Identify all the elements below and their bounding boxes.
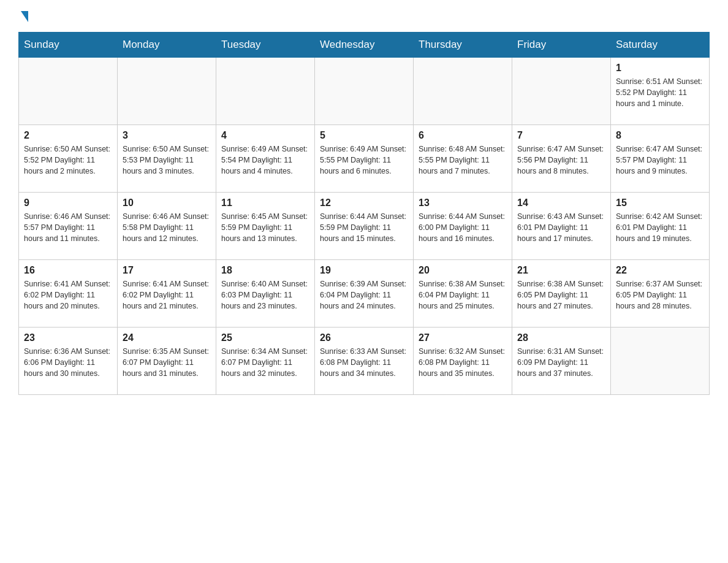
day-info: Sunrise: 6:34 AM Sunset: 6:07 PM Dayligh… bbox=[221, 346, 309, 379]
calendar-week-row: 2Sunrise: 6:50 AM Sunset: 5:52 PM Daylig… bbox=[19, 125, 710, 193]
calendar-cell: 28Sunrise: 6:31 AM Sunset: 6:09 PM Dayli… bbox=[512, 327, 611, 395]
weekday-header-saturday: Saturday bbox=[611, 33, 710, 58]
day-number: 27 bbox=[419, 332, 507, 343]
calendar-cell: 27Sunrise: 6:32 AM Sunset: 6:08 PM Dayli… bbox=[414, 327, 512, 395]
weekday-header-thursday: Thursday bbox=[414, 33, 512, 58]
weekday-header-wednesday: Wednesday bbox=[315, 33, 414, 58]
calendar-cell bbox=[118, 58, 216, 125]
calendar-cell bbox=[611, 327, 710, 395]
calendar-cell: 4Sunrise: 6:49 AM Sunset: 5:54 PM Daylig… bbox=[216, 125, 315, 193]
day-number: 7 bbox=[517, 130, 605, 141]
calendar-cell: 1Sunrise: 6:51 AM Sunset: 5:52 PM Daylig… bbox=[611, 58, 710, 125]
day-number: 18 bbox=[221, 265, 309, 276]
logo bbox=[18, 12, 28, 21]
calendar-cell: 11Sunrise: 6:45 AM Sunset: 5:59 PM Dayli… bbox=[216, 193, 315, 260]
day-number: 9 bbox=[24, 197, 112, 209]
day-info: Sunrise: 6:37 AM Sunset: 6:05 PM Dayligh… bbox=[616, 278, 704, 312]
day-number: 20 bbox=[419, 265, 507, 276]
day-number: 26 bbox=[320, 332, 408, 343]
day-info: Sunrise: 6:49 AM Sunset: 5:55 PM Dayligh… bbox=[320, 144, 408, 177]
calendar-cell: 19Sunrise: 6:39 AM Sunset: 6:04 PM Dayli… bbox=[315, 260, 414, 327]
day-info: Sunrise: 6:46 AM Sunset: 5:58 PM Dayligh… bbox=[123, 211, 211, 244]
day-number: 16 bbox=[24, 265, 112, 276]
day-info: Sunrise: 6:45 AM Sunset: 5:59 PM Dayligh… bbox=[221, 211, 309, 244]
day-info: Sunrise: 6:38 AM Sunset: 6:04 PM Dayligh… bbox=[419, 278, 507, 312]
day-number: 13 bbox=[419, 197, 507, 209]
day-info: Sunrise: 6:43 AM Sunset: 6:01 PM Dayligh… bbox=[517, 211, 605, 244]
calendar-cell: 14Sunrise: 6:43 AM Sunset: 6:01 PM Dayli… bbox=[512, 193, 611, 260]
calendar-cell: 22Sunrise: 6:37 AM Sunset: 6:05 PM Dayli… bbox=[611, 260, 710, 327]
day-number: 21 bbox=[517, 265, 605, 276]
day-number: 25 bbox=[221, 332, 309, 343]
calendar-cell: 5Sunrise: 6:49 AM Sunset: 5:55 PM Daylig… bbox=[315, 125, 414, 193]
calendar-cell: 3Sunrise: 6:50 AM Sunset: 5:53 PM Daylig… bbox=[118, 125, 216, 193]
day-info: Sunrise: 6:50 AM Sunset: 5:53 PM Dayligh… bbox=[123, 144, 211, 177]
calendar-cell: 17Sunrise: 6:41 AM Sunset: 6:02 PM Dayli… bbox=[118, 260, 216, 327]
day-number: 1 bbox=[616, 63, 704, 74]
day-info: Sunrise: 6:46 AM Sunset: 5:57 PM Dayligh… bbox=[24, 211, 112, 244]
calendar-cell: 16Sunrise: 6:41 AM Sunset: 6:02 PM Dayli… bbox=[19, 260, 118, 327]
day-info: Sunrise: 6:47 AM Sunset: 5:57 PM Dayligh… bbox=[616, 144, 704, 177]
logo-arrow-icon bbox=[21, 11, 28, 22]
calendar-week-row: 9Sunrise: 6:46 AM Sunset: 5:57 PM Daylig… bbox=[19, 193, 710, 260]
calendar-week-row: 23Sunrise: 6:36 AM Sunset: 6:06 PM Dayli… bbox=[19, 327, 710, 395]
day-number: 8 bbox=[616, 130, 704, 141]
weekday-header-monday: Monday bbox=[118, 33, 216, 58]
calendar-cell bbox=[414, 58, 512, 125]
weekday-header-sunday: Sunday bbox=[19, 33, 118, 58]
calendar-cell bbox=[512, 58, 611, 125]
day-number: 17 bbox=[123, 265, 211, 276]
day-info: Sunrise: 6:42 AM Sunset: 6:01 PM Dayligh… bbox=[616, 211, 704, 244]
day-info: Sunrise: 6:40 AM Sunset: 6:03 PM Dayligh… bbox=[221, 278, 309, 312]
day-info: Sunrise: 6:36 AM Sunset: 6:06 PM Dayligh… bbox=[24, 346, 112, 379]
day-info: Sunrise: 6:32 AM Sunset: 6:08 PM Dayligh… bbox=[419, 346, 507, 379]
day-number: 28 bbox=[517, 332, 605, 343]
calendar-cell: 10Sunrise: 6:46 AM Sunset: 5:58 PM Dayli… bbox=[118, 193, 216, 260]
calendar-cell: 13Sunrise: 6:44 AM Sunset: 6:00 PM Dayli… bbox=[414, 193, 512, 260]
calendar-cell bbox=[216, 58, 315, 125]
calendar-cell: 20Sunrise: 6:38 AM Sunset: 6:04 PM Dayli… bbox=[414, 260, 512, 327]
calendar-cell: 21Sunrise: 6:38 AM Sunset: 6:05 PM Dayli… bbox=[512, 260, 611, 327]
day-info: Sunrise: 6:51 AM Sunset: 5:52 PM Dayligh… bbox=[616, 76, 704, 109]
calendar-cell: 6Sunrise: 6:48 AM Sunset: 5:55 PM Daylig… bbox=[414, 125, 512, 193]
day-info: Sunrise: 6:39 AM Sunset: 6:04 PM Dayligh… bbox=[320, 278, 408, 312]
weekday-header-tuesday: Tuesday bbox=[216, 33, 315, 58]
calendar-cell: 23Sunrise: 6:36 AM Sunset: 6:06 PM Dayli… bbox=[19, 327, 118, 395]
calendar-cell: 12Sunrise: 6:44 AM Sunset: 5:59 PM Dayli… bbox=[315, 193, 414, 260]
day-info: Sunrise: 6:50 AM Sunset: 5:52 PM Dayligh… bbox=[24, 144, 112, 177]
day-number: 10 bbox=[123, 197, 211, 209]
day-info: Sunrise: 6:33 AM Sunset: 6:08 PM Dayligh… bbox=[320, 346, 408, 379]
day-info: Sunrise: 6:49 AM Sunset: 5:54 PM Dayligh… bbox=[221, 144, 309, 177]
calendar-week-row: 1Sunrise: 6:51 AM Sunset: 5:52 PM Daylig… bbox=[19, 58, 710, 125]
day-info: Sunrise: 6:48 AM Sunset: 5:55 PM Dayligh… bbox=[419, 144, 507, 177]
day-info: Sunrise: 6:44 AM Sunset: 6:00 PM Dayligh… bbox=[419, 211, 507, 244]
day-number: 14 bbox=[517, 197, 605, 209]
weekday-header-friday: Friday bbox=[512, 33, 611, 58]
day-number: 24 bbox=[123, 332, 211, 343]
calendar-table: SundayMondayTuesdayWednesdayThursdayFrid… bbox=[18, 32, 710, 395]
day-info: Sunrise: 6:31 AM Sunset: 6:09 PM Dayligh… bbox=[517, 346, 605, 379]
calendar-cell bbox=[19, 58, 118, 125]
day-number: 2 bbox=[24, 130, 112, 141]
day-number: 4 bbox=[221, 130, 309, 141]
day-number: 22 bbox=[616, 265, 704, 276]
day-number: 12 bbox=[320, 197, 408, 209]
day-number: 11 bbox=[221, 197, 309, 209]
day-info: Sunrise: 6:44 AM Sunset: 5:59 PM Dayligh… bbox=[320, 211, 408, 244]
day-number: 3 bbox=[123, 130, 211, 141]
page-header bbox=[18, 12, 710, 21]
calendar-header-row: SundayMondayTuesdayWednesdayThursdayFrid… bbox=[19, 33, 710, 58]
calendar-cell: 25Sunrise: 6:34 AM Sunset: 6:07 PM Dayli… bbox=[216, 327, 315, 395]
calendar-cell bbox=[315, 58, 414, 125]
calendar-cell: 18Sunrise: 6:40 AM Sunset: 6:03 PM Dayli… bbox=[216, 260, 315, 327]
day-info: Sunrise: 6:38 AM Sunset: 6:05 PM Dayligh… bbox=[517, 278, 605, 312]
day-info: Sunrise: 6:35 AM Sunset: 6:07 PM Dayligh… bbox=[123, 346, 211, 379]
calendar-cell: 15Sunrise: 6:42 AM Sunset: 6:01 PM Dayli… bbox=[611, 193, 710, 260]
calendar-cell: 24Sunrise: 6:35 AM Sunset: 6:07 PM Dayli… bbox=[118, 327, 216, 395]
calendar-cell: 2Sunrise: 6:50 AM Sunset: 5:52 PM Daylig… bbox=[19, 125, 118, 193]
calendar-cell: 26Sunrise: 6:33 AM Sunset: 6:08 PM Dayli… bbox=[315, 327, 414, 395]
calendar-cell: 7Sunrise: 6:47 AM Sunset: 5:56 PM Daylig… bbox=[512, 125, 611, 193]
calendar-cell: 8Sunrise: 6:47 AM Sunset: 5:57 PM Daylig… bbox=[611, 125, 710, 193]
calendar-week-row: 16Sunrise: 6:41 AM Sunset: 6:02 PM Dayli… bbox=[19, 260, 710, 327]
day-info: Sunrise: 6:41 AM Sunset: 6:02 PM Dayligh… bbox=[24, 278, 112, 312]
